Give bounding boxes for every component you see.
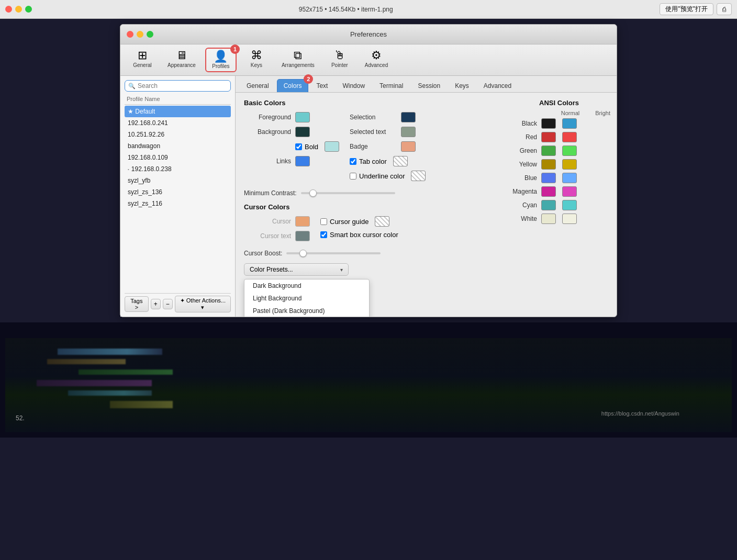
share-button[interactable]: ⎙ [717, 3, 732, 15]
tab-general[interactable]: General [240, 79, 276, 92]
links-swatch[interactable] [295, 156, 310, 166]
tab-keys[interactable]: Keys [448, 79, 476, 92]
win-minimize[interactable] [137, 31, 143, 38]
background-swatch[interactable] [295, 127, 310, 137]
toolbar-keys[interactable]: ⌘ Keys [241, 48, 272, 72]
underline-color-checkbox[interactable] [350, 173, 356, 180]
tab-bar: General 2 Colors Text Window Terminal Se… [236, 76, 617, 93]
tab-color-swatch[interactable] [393, 156, 408, 166]
toolbar-keys-label: Keys [251, 62, 262, 68]
search-icon: 🔍 [128, 83, 136, 89]
profile-item-p7[interactable]: syzl_zs_136 [125, 186, 231, 198]
dropdown-item-pastel-dark[interactable]: Pastel (Dark Background) [244, 305, 369, 317]
remove-profile-button[interactable]: − [163, 299, 173, 309]
foreground-swatch[interactable] [295, 112, 310, 122]
smart-box-row: Smart box cursor color [320, 231, 398, 239]
tab-colors[interactable]: 2 Colors [277, 79, 309, 92]
ansi-row-cyan: Cyan [506, 200, 612, 210]
ansi-black-normal[interactable] [541, 118, 556, 129]
selected-text-swatch[interactable] [401, 127, 416, 137]
selection-swatch[interactable] [401, 112, 416, 122]
ansi-magenta-normal[interactable] [541, 186, 556, 197]
ansi-cyan-bright[interactable] [562, 200, 577, 210]
other-actions-button[interactable]: ✦ Other Actions... ▾ [175, 296, 231, 312]
advanced-icon: ⚙ [371, 50, 382, 61]
profile-item-default[interactable]: ★ Default [125, 106, 231, 117]
cursor-text-swatch[interactable] [295, 231, 310, 241]
profile-item-p4[interactable]: 192.168.0.109 [125, 152, 231, 163]
badge-swatch[interactable] [401, 141, 416, 152]
tab-color-checkbox[interactable] [350, 158, 356, 165]
bold-checkbox[interactable] [295, 143, 302, 150]
toolbar-arrangements-label: Arrangements [282, 62, 315, 68]
underline-color-swatch[interactable] [411, 171, 426, 181]
profile-item-p3[interactable]: bandwagon [125, 140, 231, 152]
toolbar-pointer-label: Pointer [331, 62, 348, 68]
ansi-yellow-bright[interactable] [562, 159, 577, 170]
ansi-red-bright[interactable] [562, 132, 577, 142]
profile-item-p5[interactable]: •192.168.0.238 [125, 163, 231, 175]
toolbar-arrangements[interactable]: ⧉ Arrangements [276, 48, 320, 72]
ansi-black-label: Black [506, 120, 537, 127]
color-presets-button[interactable]: Color Presets... ▾ [244, 263, 349, 276]
ansi-red-normal[interactable] [541, 132, 556, 142]
profile-item-p8[interactable]: syzl_zs_116 [125, 198, 231, 209]
dropdown-item-dark-bg[interactable]: Dark Background [244, 279, 369, 292]
profile-item-p1[interactable]: 192.168.0.241 [125, 117, 231, 129]
tab-window[interactable]: Window [336, 79, 372, 92]
ansi-black-bright[interactable] [562, 118, 577, 129]
toolbar-advanced[interactable]: ⚙ Advanced [360, 48, 393, 72]
minimize-button[interactable] [15, 6, 22, 13]
win-maximize[interactable] [147, 31, 153, 38]
ansi-blue-bright[interactable] [562, 173, 577, 183]
badge-row: Badge [350, 141, 426, 152]
search-input[interactable] [138, 82, 227, 89]
smart-box-checkbox[interactable] [320, 231, 327, 238]
profile-item-p2[interactable]: 10.251.92.26 [125, 129, 231, 140]
cursor-boost-row: Cursor Boost: [244, 250, 493, 257]
links-row: Links [244, 156, 339, 166]
profile-list-header: Profile Name [125, 95, 231, 105]
bold-text: Bold [305, 143, 318, 151]
preferences-window: Preferences ⊞ General 🖥 Appearance 1 👤 P… [120, 24, 617, 317]
cursor-swatch[interactable] [295, 216, 310, 227]
arrangements-icon: ⧉ [294, 50, 302, 61]
ansi-white-bright[interactable] [562, 214, 577, 224]
tab-text[interactable]: Text [309, 79, 334, 92]
basic-colors-grid: Foreground Background [244, 112, 493, 185]
close-button[interactable] [5, 6, 12, 13]
maximize-button[interactable] [25, 6, 32, 13]
open-preview-button[interactable]: 使用"预览"打开 [660, 3, 713, 15]
ansi-magenta-bright[interactable] [562, 186, 577, 197]
tab-session[interactable]: Session [411, 79, 447, 92]
bold-swatch[interactable] [325, 141, 339, 152]
toolbar-pointer[interactable]: 🖱 Pointer [324, 48, 355, 72]
foreground-label: Foreground [244, 114, 291, 121]
toolbar-profiles[interactable]: 1 👤 Profiles [205, 48, 237, 72]
toolbar-general[interactable]: ⊞ General [127, 48, 158, 72]
general-icon: ⊞ [138, 50, 147, 61]
ansi-green-normal[interactable] [541, 145, 556, 156]
tags-button[interactable]: Tags > [125, 296, 149, 312]
tab-terminal[interactable]: Terminal [373, 79, 410, 92]
min-contrast-slider[interactable] [301, 192, 395, 194]
add-profile-button[interactable]: + [151, 299, 161, 309]
ansi-white-label: White [506, 215, 537, 222]
toolbar-appearance[interactable]: 🖥 Appearance [162, 48, 201, 72]
ansi-green-bright[interactable] [562, 145, 577, 156]
cursor-left-col: Cursor Cursor text [244, 216, 310, 245]
ansi-yellow-normal[interactable] [541, 159, 556, 170]
pointer-icon: 🖱 [334, 50, 345, 61]
cursor-guide-swatch[interactable] [375, 216, 389, 227]
profile-item-p6[interactable]: syzl_yfb [125, 175, 231, 186]
ansi-blue-normal[interactable] [541, 173, 556, 183]
cursor-guide-checkbox[interactable] [320, 218, 327, 225]
tab-advanced[interactable]: Advanced [477, 79, 518, 92]
underline-color-row: Underline color [350, 171, 426, 181]
cursor-boost-slider[interactable] [286, 252, 381, 254]
win-close[interactable] [127, 31, 133, 38]
dropdown-item-light-bg[interactable]: Light Background [244, 292, 369, 305]
ansi-row-black: Black [506, 118, 612, 129]
ansi-white-normal[interactable] [541, 214, 556, 224]
ansi-cyan-normal[interactable] [541, 200, 556, 210]
